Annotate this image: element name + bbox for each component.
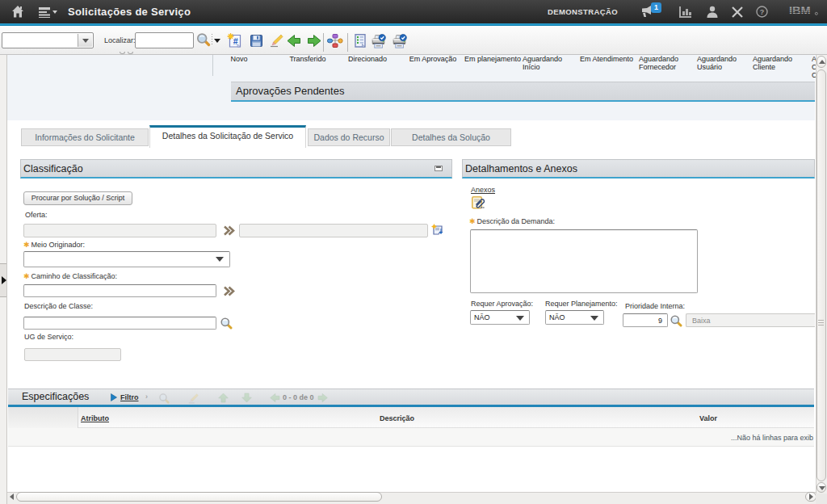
svg-text:?: ?: [760, 8, 765, 16]
svg-text:IBM: IBM: [789, 4, 811, 17]
